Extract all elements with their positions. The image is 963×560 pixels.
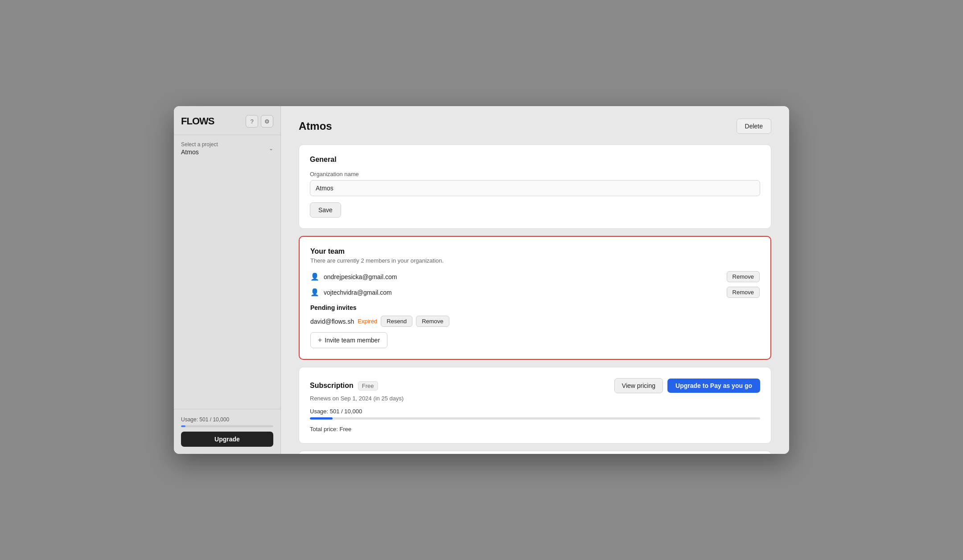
general-card: General Organization name Save — [299, 144, 771, 229]
resend-button[interactable]: Resend — [381, 316, 412, 327]
page-header: Atmos Delete — [299, 119, 771, 134]
pending-email: david@flows.sh — [310, 318, 354, 325]
sidebar-usage-fill — [181, 425, 185, 427]
sidebar-icon-group: ? ⚙ — [246, 115, 273, 128]
total-price-value: Free — [340, 426, 352, 432]
settings-button[interactable]: ⚙ — [261, 115, 273, 128]
subscription-title-row: Subscription Free — [310, 381, 378, 391]
general-section-title: General — [310, 156, 760, 164]
subscription-card: Subscription Free View pricing Upgrade t… — [299, 367, 771, 444]
subscription-title: Subscription — [310, 382, 354, 390]
member-row: 👤 ondrejpesicka@gmail.com Remove — [310, 271, 760, 282]
delete-button[interactable]: Delete — [737, 119, 771, 134]
sidebar-usage-label: Usage: 501 / 10,000 — [181, 416, 273, 423]
app-logo: FLOWS — [181, 115, 214, 127]
project-selector-label: Select a project — [181, 141, 218, 148]
member-email: ondrejpesicka@gmail.com — [324, 273, 722, 280]
expired-badge: Expired — [358, 318, 377, 325]
team-subtitle: There are currently 2 members in your or… — [310, 257, 760, 264]
remove-member-button[interactable]: Remove — [727, 287, 760, 298]
team-card: Your team There are currently 2 members … — [299, 236, 771, 360]
project-selector-name: Atmos — [181, 148, 218, 156]
subscription-progress-fill — [310, 417, 333, 420]
plus-icon: + — [318, 336, 322, 344]
remove-invite-button[interactable]: Remove — [416, 316, 449, 327]
team-section-title: Your team — [310, 247, 760, 255]
invite-team-member-button[interactable]: + Invite team member — [310, 332, 387, 348]
user-icon: 👤 — [310, 272, 319, 281]
view-pricing-button[interactable]: View pricing — [614, 378, 663, 393]
member-email: vojtechvidra@gmail.com — [324, 289, 722, 296]
subscription-actions: View pricing Upgrade to Pay as you go — [614, 378, 760, 393]
help-button[interactable]: ? — [246, 115, 258, 128]
subscription-usage-info: Usage: 501 / 10,000 — [310, 408, 760, 415]
chevron-down-icon: ⌄ — [269, 145, 273, 152]
pending-invites-title: Pending invites — [310, 304, 760, 311]
plan-badge: Free — [358, 381, 378, 391]
page-title: Atmos — [299, 120, 332, 132]
usage-label: Usage: — [310, 408, 328, 415]
pending-invite-row: david@flows.sh Expired Resend Remove — [310, 316, 760, 327]
sidebar-upgrade-button[interactable]: Upgrade — [181, 432, 273, 447]
usage-limit-card: Usage limit Limit resets on Sep 1, 2024 … — [299, 451, 771, 454]
save-button[interactable]: Save — [310, 202, 341, 218]
upgrade-pay-button[interactable]: Upgrade to Pay as you go — [667, 379, 760, 393]
sidebar: FLOWS ? ⚙ Select a project Atmos ⌄ Usage… — [174, 106, 281, 454]
sidebar-bottom: Usage: 501 / 10,000 Upgrade — [174, 409, 280, 454]
main-content: Atmos Delete General Organization name S… — [281, 106, 789, 454]
project-selector[interactable]: Select a project Atmos ⌄ — [174, 135, 280, 162]
app-window: FLOWS ? ⚙ Select a project Atmos ⌄ Usage… — [174, 106, 789, 454]
subscription-renew-text: Renews on Sep 1, 2024 (in 25 days) — [310, 395, 760, 402]
total-price: Total price: Free — [310, 426, 760, 432]
subscription-header: Subscription Free View pricing Upgrade t… — [310, 378, 760, 393]
total-price-label: Total price: — [310, 426, 338, 432]
org-name-input[interactable] — [310, 180, 760, 196]
sidebar-header: FLOWS ? ⚙ — [174, 106, 280, 135]
main-inner: Atmos Delete General Organization name S… — [281, 106, 789, 454]
user-icon: 👤 — [310, 288, 319, 296]
sidebar-usage-progress — [181, 425, 273, 427]
usage-value: 501 / 10,000 — [330, 408, 362, 415]
org-name-label: Organization name — [310, 171, 760, 177]
member-row: 👤 vojtechvidra@gmail.com Remove — [310, 287, 760, 298]
remove-member-button[interactable]: Remove — [727, 271, 760, 282]
subscription-progress-bar — [310, 417, 760, 420]
invite-label: Invite team member — [325, 337, 380, 344]
